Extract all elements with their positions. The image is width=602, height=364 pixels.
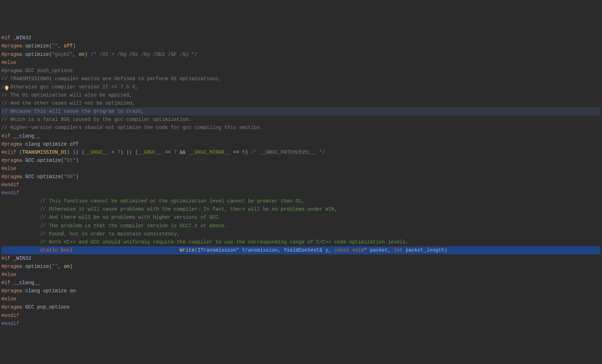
token: ) xyxy=(245,149,248,155)
token: "gsyb2" xyxy=(52,52,73,57)
token: #if xyxy=(1,256,10,261)
token: "" xyxy=(52,264,58,269)
token: optimize xyxy=(25,43,49,49)
token: #endif xyxy=(1,321,19,327)
token: & xyxy=(319,247,325,253)
code-line[interactable]: static bool Write(ITransmission* transmi… xyxy=(1,246,601,254)
code-line[interactable]: // Higher-version compilers should not o… xyxy=(1,124,601,132)
token: #pragma xyxy=(1,158,22,163)
token: // Otherwise it will cause problems with… xyxy=(40,206,337,212)
code-line[interactable]: #pragma clang optimize off xyxy=(1,140,601,148)
token: #else xyxy=(1,272,16,277)
code-line[interactable]: #if __clang__ xyxy=(1,279,601,287)
code-line[interactable]: #pragma GCC push_options xyxy=(1,67,601,75)
code-line[interactable]: // Found, but in order to maintain consi… xyxy=(1,230,601,238)
token: , xyxy=(328,247,334,253)
code-line[interactable]: // Otherwise it will cause problems with… xyxy=(1,205,601,213)
token: && xyxy=(177,149,189,155)
code-line[interactable]: // And the other cases will not be optim… xyxy=(1,99,601,107)
token: TRANSMISSION_O1 xyxy=(22,149,67,155)
token: ) xyxy=(444,247,447,253)
token: ) xyxy=(76,158,79,163)
code-line[interactable]: #if _WIN32 xyxy=(1,254,601,263)
token: // Because this will cause the program t… xyxy=(1,108,144,114)
token: ( xyxy=(195,247,197,253)
token: optimize xyxy=(25,52,49,57)
code-line[interactable]: #pragma optimize("gsyb2", on) /* /O1 = /… xyxy=(1,51,601,59)
code-line[interactable]: #endif xyxy=(1,189,601,197)
code-line[interactable]: // Both VC++ and GCC should uniformly re… xyxy=(1,238,601,246)
code-line[interactable]: #else xyxy=(1,271,601,279)
token: GCC optimize xyxy=(25,174,61,180)
code-line[interactable]: // The O1 optimization will also be appl… xyxy=(1,91,601,99)
token: GCC optimize xyxy=(25,158,61,163)
code-line[interactable]: #else xyxy=(1,165,601,173)
token: , xyxy=(58,43,64,49)
code-line[interactable]: #pragma clang optimize on xyxy=(1,287,601,295)
code-line[interactable]: #if __clang__ xyxy=(1,132,601,140)
token: #else xyxy=(1,296,16,302)
code-line[interactable]: // And there will be no problems with hi… xyxy=(1,213,601,222)
token: // And there will be no problems with hi… xyxy=(40,215,221,220)
token: const xyxy=(334,247,349,253)
code-line[interactable]: #pragma optimize("", off) xyxy=(1,42,601,50)
token: int xyxy=(394,247,403,253)
code-line[interactable]: // Because this will cause the program t… xyxy=(1,107,601,116)
code-line[interactable]: #endif xyxy=(1,312,601,320)
token: ) xyxy=(85,52,87,57)
token: YieldContext xyxy=(284,247,319,253)
code-line[interactable]: #pragma optimize("", on) xyxy=(1,263,601,271)
token: ( xyxy=(19,149,22,155)
token: #pragma xyxy=(1,304,22,310)
token: #pragma xyxy=(1,141,22,147)
code-line[interactable]: // Which is a fatal BUG caused by the gc… xyxy=(1,116,601,124)
code-line[interactable]: #elif (TRANSMISSION_O1) || (__GNUC__ < 7… xyxy=(1,148,601,157)
token: 7 xyxy=(117,149,120,155)
token: , xyxy=(388,247,394,253)
token: optimize xyxy=(25,264,49,269)
token: 5 xyxy=(242,149,245,155)
token: transmission xyxy=(242,247,278,253)
token: == xyxy=(162,149,174,155)
code-line[interactable]: #pragma GCC pop_options xyxy=(1,303,601,311)
token: <= xyxy=(230,149,242,155)
token: ) || ( xyxy=(67,149,85,155)
code-line[interactable]: #else xyxy=(1,59,601,67)
code-line[interactable]: #if _WIN32 xyxy=(1,34,601,42)
token: static xyxy=(40,247,58,253)
token: ) xyxy=(76,174,79,180)
code-line[interactable]: #pragma GCC optimize("O0") xyxy=(1,173,601,181)
code-line[interactable]: #else xyxy=(1,295,601,303)
token: "O0" xyxy=(64,174,76,180)
code-line[interactable]: #endif xyxy=(1,320,601,328)
token: // TRANSMISSIONO1 compiler macros are de… xyxy=(1,76,221,82)
code-line[interactable]: // The problem is that the compiler vers… xyxy=(1,222,601,230)
token: // Both VC++ and GCC should uniformly re… xyxy=(40,239,409,245)
token: , xyxy=(278,247,284,253)
code-line[interactable]: // This function cannot be optimized or … xyxy=(1,197,601,205)
token: bool xyxy=(61,247,73,253)
token: , xyxy=(58,264,64,269)
code-line[interactable]: // Otherwise gcc compiler version If <= … xyxy=(1,83,601,91)
code-line[interactable]: // TRANSMISSIONO1 compiler macros are de… xyxy=(1,75,601,83)
token: < xyxy=(109,149,117,155)
token: * xyxy=(236,247,242,253)
token: ) xyxy=(73,43,76,49)
token: _WIN32 xyxy=(13,35,31,41)
token: // Higher-version compilers should not o… xyxy=(1,125,263,130)
token: #if xyxy=(1,35,10,41)
token: __GNUC_MINOR__ xyxy=(189,149,230,155)
code-line[interactable]: #endif xyxy=(1,181,601,189)
token: void xyxy=(352,247,364,253)
token: __GNUC__ xyxy=(85,149,108,155)
code-line[interactable]: #pragma GCC optimize("O1") xyxy=(1,157,601,165)
token: #pragma xyxy=(1,174,22,180)
token: // The problem is that the compiler vers… xyxy=(40,223,227,229)
token: #if xyxy=(1,280,10,286)
token: // The O1 optimization will also be appl… xyxy=(1,92,132,98)
token: __clang__ xyxy=(13,280,40,286)
code-editor[interactable]: #if _WIN32#pragma optimize("", off)#prag… xyxy=(0,33,602,329)
token: #else xyxy=(1,60,16,65)
token: clang optimize off xyxy=(25,141,79,147)
token: __GNUC__ xyxy=(138,149,162,155)
